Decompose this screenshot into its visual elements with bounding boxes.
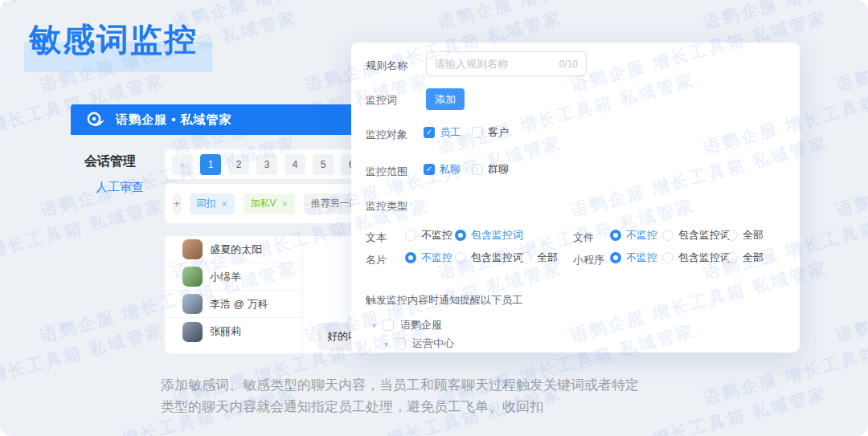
watermark-text: 语鹦企服 增长工具箱 私域管家 [833, 132, 868, 222]
option-label: 全部 [537, 251, 558, 265]
type-text-label: 文本 [366, 230, 387, 245]
tree-node-label: 运营中心 [412, 336, 454, 351]
option-label: 客户 [488, 125, 509, 140]
sidebar-item-session-management[interactable]: 会话管理 [84, 153, 136, 170]
checkbox-unchecked-icon[interactable] [383, 320, 394, 331]
tree-node-label: 语鹦企服 [400, 318, 442, 332]
radio-file-no-monitor[interactable]: 不监控 [610, 228, 657, 242]
option-label: 全部 [743, 251, 764, 265]
feature-description: 添加敏感词、敏感类型的聊天内容，当员工和顾客聊天过程触发关键词或者特定 类型的聊… [161, 374, 723, 418]
option-label: 群聊 [488, 162, 509, 177]
rule-name-placeholder: 请输入规则名称 [435, 57, 559, 71]
user-name: 盛夏的太阳 [210, 242, 262, 257]
option-label: 全部 [743, 228, 764, 242]
checkbox-checked-icon: ✓ [424, 127, 435, 138]
avatar [182, 322, 203, 342]
sensitive-tags-card: + 回扣 × 加私V × 推荐另一家 × 不 [165, 184, 382, 223]
user-name: 李浩 @ 万科 [210, 297, 268, 312]
option-label: 不监控 [421, 228, 452, 242]
tag-label: 回扣 [197, 197, 216, 210]
description-line: 添加敏感词、敏感类型的聊天内容，当员工和顾客聊天过程触发关键词或者特定 [161, 374, 723, 396]
option-label: 不监控 [421, 251, 452, 265]
radio-file-all[interactable]: 全部 [727, 228, 764, 242]
radio-unselected-icon [727, 252, 738, 263]
radio-text-no-monitor[interactable]: 不监控 [405, 228, 452, 242]
checkbox-option-employee[interactable]: ✓ 员工 [424, 125, 461, 140]
tag-close-icon[interactable]: × [282, 198, 288, 210]
monitor-target-label: 监控对象 [366, 128, 407, 142]
watermark-text: 语鹦企服 增长工具箱 私域管家 [436, 0, 698, 34]
type-miniprogram-label: 小程序 [573, 253, 604, 267]
option-label: 不监控 [626, 251, 657, 265]
avatar [182, 267, 203, 287]
radio-selected-icon [610, 230, 621, 241]
brand-title: 语鹦企服 • 私域管家 [116, 112, 232, 128]
radio-card-contains-words[interactable]: 包含监控词 [455, 251, 523, 265]
add-monitor-word-button[interactable]: 添加 [426, 88, 465, 110]
option-label: 包含监控词 [678, 228, 731, 242]
radio-unselected-icon [662, 252, 674, 263]
tag-label: 加私V [251, 197, 276, 210]
radio-miniprogram-no-monitor[interactable]: 不监控 [610, 251, 657, 265]
option-label: 包含监控词 [471, 228, 523, 242]
sidebar-item-manual-review[interactable]: 人工审查 [96, 180, 144, 195]
chat-user-list: 盛夏的太阳 小绵羊 李浩 @ 万科 张丽莉 [165, 236, 303, 353]
char-counter: 0/10 [559, 59, 578, 70]
parrot-icon [85, 109, 106, 130]
page-title: 敏感词监控 [29, 18, 198, 62]
tag-chip: 回扣 × [190, 194, 235, 214]
watermark-text: 语鹦企服 增长工具箱 私域管家 [833, 6, 868, 96]
tag-close-icon[interactable]: × [222, 198, 227, 210]
chat-card: 盛夏的太阳 小绵羊 李浩 @ 万科 张丽莉 好的吖 [165, 236, 382, 353]
chevron-down-icon[interactable]: ▾ [372, 321, 376, 330]
checkbox-option-customer[interactable]: 客户 [472, 125, 509, 140]
checkbox-unchecked-icon[interactable] [395, 338, 406, 349]
pagination-page-5[interactable]: 5 [313, 154, 334, 175]
option-label: 私聊 [440, 162, 461, 177]
radio-miniprogram-contains-words[interactable]: 包含监控词 [662, 251, 731, 265]
avatar [182, 294, 203, 314]
pagination-page-4[interactable]: 4 [285, 154, 305, 175]
radio-unselected-icon [662, 230, 674, 241]
radio-card-all[interactable]: 全部 [521, 251, 558, 265]
watermark-text: 语鹦企服 增长工具箱 私域管家 [0, 320, 167, 410]
pagination-card: ‹ 1 2 3 4 5 6 ··· 100 [165, 149, 382, 179]
description-line: 类型的聊天内容就会通知指定员工处理，避免员工飞单、收回扣 [161, 396, 723, 418]
list-item-user[interactable]: 李浩 @ 万科 [165, 291, 302, 318]
rule-name-input[interactable]: 请输入规则名称 0/10 [426, 51, 587, 76]
option-label: 员工 [440, 125, 461, 140]
user-name: 小绵羊 [210, 270, 241, 284]
radio-miniprogram-all[interactable]: 全部 [727, 251, 764, 265]
radio-card-no-monitor[interactable]: 不监控 [405, 251, 452, 265]
checkbox-unchecked-icon [472, 127, 483, 138]
radio-text-contains-words[interactable]: 包含监控词 [455, 228, 523, 242]
list-item-user[interactable]: 盛夏的太阳 [165, 236, 302, 263]
pagination-prev-button[interactable]: ‹ [172, 154, 193, 175]
avatar [182, 239, 203, 259]
monitor-scope-label: 监控范围 [366, 165, 407, 179]
rule-name-label: 规则名称 [366, 59, 407, 73]
radio-unselected-icon [455, 252, 466, 263]
watermark-text: 语鹦企服 增长工具箱 私域管家 [833, 257, 868, 347]
radio-selected-icon [455, 230, 466, 241]
monitor-type-section-label: 监控类型 [366, 199, 407, 214]
radio-selected-icon [610, 252, 621, 263]
tree-node-operations-center: ▾ 运营中心 [384, 336, 454, 351]
option-label: 不监控 [626, 228, 657, 242]
notify-section-label: 触发监控内容时通知提醒以下员工 [366, 293, 522, 308]
option-label: 包含监控词 [678, 251, 731, 265]
pagination-page-2[interactable]: 2 [228, 154, 249, 175]
watermark-text: 语鹦企服 增长工具箱 私域管家 [0, 194, 167, 284]
add-tag-button[interactable]: + [173, 194, 181, 214]
chevron-down-icon[interactable]: ▾ [384, 340, 388, 348]
radio-file-contains-words[interactable]: 包含监控词 [662, 228, 731, 242]
pagination-page-1[interactable]: 1 [200, 154, 221, 175]
radio-unselected-icon [405, 230, 416, 241]
list-item-user[interactable]: 小绵羊 [165, 263, 302, 291]
checkbox-option-group-chat[interactable]: 群聊 [472, 162, 509, 177]
pagination-page-3[interactable]: 3 [256, 154, 277, 175]
list-item-user[interactable]: 张丽莉 [165, 318, 302, 345]
watermark-text: 语鹦企服 增长工具箱 私域管家 [833, 382, 868, 436]
checkbox-option-private-chat[interactable]: ✓ 私聊 [424, 162, 461, 177]
rule-form-panel: 规则名称 请输入规则名称 0/10 监控词 添加 监控对象 ✓ 员工 客户 监控… [351, 43, 800, 352]
